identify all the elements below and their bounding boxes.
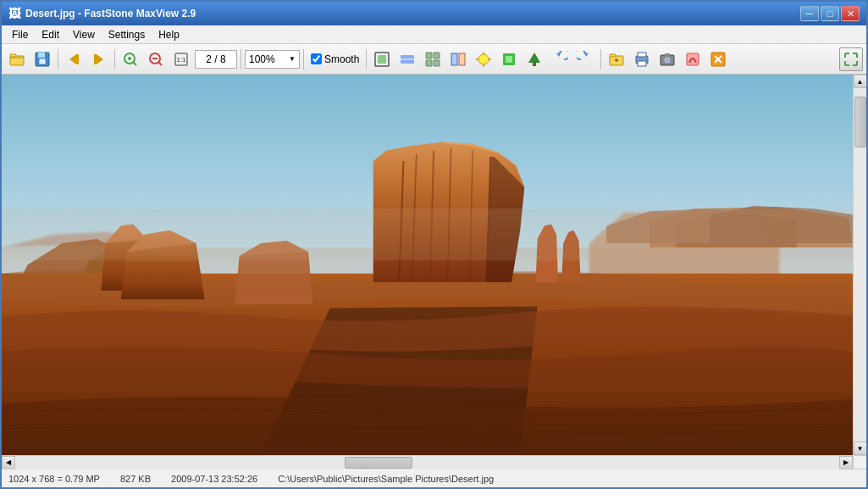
thumbnail-button[interactable]: [421, 47, 445, 71]
tree-button[interactable]: [522, 47, 546, 71]
minimize-button[interactable]: ─: [800, 6, 819, 21]
app-icon: 🖼: [8, 7, 20, 20]
window-title: Desert.jpg - FastStone MaxView 2.9: [25, 8, 196, 19]
zoom-value: 100%: [249, 53, 275, 65]
svg-rect-23: [434, 53, 440, 58]
scroll-left-button[interactable]: ◀: [2, 456, 15, 470]
compare-button[interactable]: [446, 47, 470, 71]
menu-help[interactable]: Help: [152, 27, 186, 42]
prev-button[interactable]: [62, 47, 86, 71]
svg-rect-22: [426, 53, 432, 58]
maximize-button[interactable]: □: [821, 6, 839, 21]
zoom-dropdown-arrow: ▼: [289, 55, 296, 63]
svg-marker-35: [528, 53, 540, 63]
svg-point-28: [478, 54, 489, 64]
svg-rect-24: [426, 60, 432, 66]
scroll-corner: [853, 456, 866, 470]
title-bar: 🖼 Desert.jpg - FastStone MaxView 2.9 ─ □…: [2, 2, 866, 25]
menu-edit[interactable]: Edit: [35, 27, 66, 42]
image-datetime: 2009-07-13 23:52:26: [171, 474, 257, 484]
separator-5: [366, 49, 367, 69]
svg-marker-37: [556, 52, 560, 57]
separator-4: [303, 49, 304, 69]
scroll-track-horizontal: [15, 456, 839, 470]
vertical-scrollbar: ▲ ▼: [853, 75, 866, 455]
scroll-right-button[interactable]: ▶: [839, 456, 853, 470]
svg-line-12: [134, 62, 137, 65]
scroll-up-button[interactable]: ▲: [854, 75, 867, 88]
separator-2: [114, 49, 115, 69]
window-controls: ─ □ ✕: [800, 6, 860, 21]
title-left: 🖼 Desert.jpg - FastStone MaxView 2.9: [8, 7, 196, 20]
content-area: ▲ ▼: [2, 75, 866, 455]
svg-rect-19: [378, 55, 386, 64]
svg-marker-7: [97, 54, 103, 64]
scroll-track-vertical: [854, 88, 867, 442]
rotate-left-button[interactable]: [548, 47, 572, 71]
svg-point-46: [666, 58, 670, 62]
svg-rect-36: [533, 63, 536, 66]
svg-rect-42: [638, 53, 646, 57]
fit-window-button[interactable]: [370, 47, 394, 71]
desert-image: [2, 75, 853, 455]
svg-text:1:1: 1:1: [176, 56, 186, 64]
svg-line-15: [159, 62, 163, 65]
brightness-button[interactable]: [472, 47, 495, 71]
scroll-thumb-horizontal[interactable]: [345, 457, 412, 469]
application-window: 🖼 Desert.jpg - FastStone MaxView 2.9 ─ □…: [0, 0, 868, 489]
separator-1: [58, 49, 58, 69]
print-button[interactable]: [630, 47, 654, 71]
image-dimensions: 1024 x 768 = 0.79 MP: [8, 474, 100, 484]
svg-rect-55: [2, 208, 853, 260]
svg-rect-47: [665, 53, 670, 56]
exit-button[interactable]: [706, 47, 730, 71]
scroll-down-button[interactable]: ▼: [854, 442, 867, 455]
svg-rect-1: [10, 54, 16, 57]
green-square-button[interactable]: [497, 47, 521, 71]
toolbar: 1:1 2 / 8 100% ▼ Smooth: [2, 44, 866, 75]
separator-3: [240, 49, 241, 69]
open-folder-button[interactable]: [605, 47, 628, 71]
svg-rect-3: [38, 53, 45, 58]
fullscreen-button[interactable]: [839, 47, 863, 71]
svg-rect-34: [506, 56, 512, 63]
close-button[interactable]: ✕: [841, 6, 860, 21]
zoom-out-button[interactable]: [144, 47, 168, 71]
menu-settings[interactable]: Settings: [102, 27, 152, 42]
zoom-in-button[interactable]: [119, 47, 142, 71]
rotate-right-button[interactable]: [573, 47, 597, 71]
smooth-checkbox[interactable]: [311, 53, 322, 64]
horizontal-scrollbar-row: ◀ ▶: [2, 455, 866, 469]
scroll-thumb-vertical[interactable]: [854, 97, 866, 147]
svg-rect-43: [638, 61, 646, 66]
svg-rect-8: [94, 54, 97, 64]
status-bar: 1024 x 768 = 0.79 MP 827 KB 2009-07-13 2…: [2, 469, 866, 487]
image-container: [2, 75, 853, 455]
svg-rect-27: [459, 53, 465, 65]
actual-size-button[interactable]: 1:1: [169, 47, 193, 71]
save-button[interactable]: [30, 47, 54, 71]
paint-button[interactable]: [681, 47, 705, 71]
smooth-label: Smooth: [324, 53, 359, 65]
file-size: 827 KB: [120, 474, 151, 484]
menu-file[interactable]: File: [5, 27, 35, 42]
svg-rect-25: [434, 60, 440, 66]
separator-6: [600, 49, 601, 69]
smooth-checkbox-label[interactable]: Smooth: [307, 53, 362, 65]
svg-rect-40: [610, 54, 616, 57]
svg-rect-26: [451, 53, 457, 65]
next-button[interactable]: [87, 47, 111, 71]
horizontal-scrollbar: ◀ ▶: [2, 456, 853, 469]
menu-view[interactable]: View: [66, 27, 102, 42]
svg-rect-6: [76, 54, 79, 64]
file-path: C:\Users\Public\Pictures\Sample Pictures…: [278, 474, 494, 484]
svg-rect-4: [39, 58, 46, 64]
zoom-selector[interactable]: 100% ▼: [245, 50, 300, 69]
fit-width-button[interactable]: [395, 47, 419, 71]
page-indicator[interactable]: 2 / 8: [195, 50, 237, 69]
menu-bar: File Edit View Settings Help: [2, 25, 866, 44]
svg-marker-5: [69, 54, 76, 64]
svg-marker-38: [585, 52, 589, 57]
open-button[interactable]: [5, 47, 29, 71]
camera-button[interactable]: [655, 47, 679, 71]
